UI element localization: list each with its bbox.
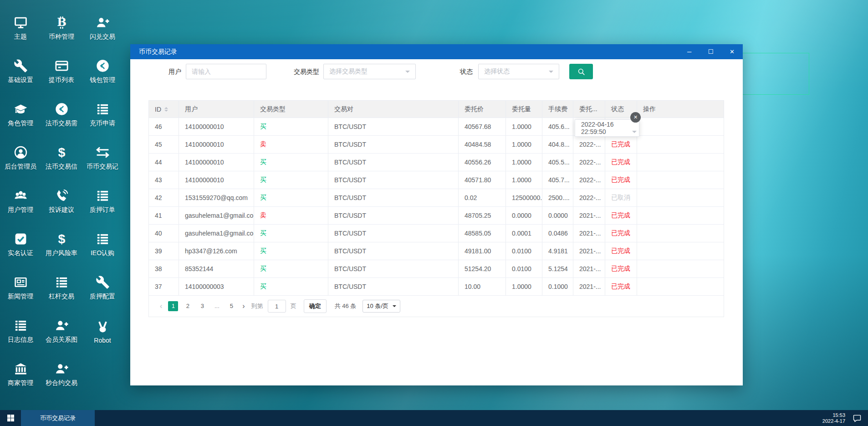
table-body: 4614100000010买BTC/USDT40567.681.0000405.… xyxy=(149,118,724,295)
cell-user: 14100000010 xyxy=(179,154,254,171)
close-button[interactable]: ✕ xyxy=(721,44,743,59)
desktop-shortcut[interactable]: IEO认购 xyxy=(82,220,123,263)
desktop-shortcut-grid: 主题币种管理闪兑交易基础设置提币列表钱包管理角色管理法币交易需充币申请后台管理员… xyxy=(0,4,126,393)
sort-icon[interactable] xyxy=(164,105,168,113)
desktop-shortcut[interactable]: 会员关系图 xyxy=(41,307,82,350)
goto-page-input[interactable] xyxy=(268,300,286,313)
desktop-shortcut[interactable]: 币币交易记 xyxy=(82,133,123,177)
cell-type: 买 xyxy=(254,189,328,206)
page-button-2[interactable]: 2 xyxy=(183,301,193,311)
start-button[interactable] xyxy=(0,410,21,426)
cell-action xyxy=(637,278,724,295)
popup-close-button[interactable]: ✕ xyxy=(630,112,641,123)
maximize-button[interactable]: ☐ xyxy=(700,44,721,59)
user-plus-icon xyxy=(54,361,69,376)
desktop-shortcut[interactable]: 基础设置 xyxy=(0,47,41,90)
minimize-button[interactable]: ─ xyxy=(679,44,700,59)
cell-user: 14100000010 xyxy=(179,171,254,189)
desktop-shortcut[interactable]: 商家管理 xyxy=(0,350,41,393)
admin-icon xyxy=(13,144,28,160)
shortcut-label: 币币交易记 xyxy=(87,163,118,171)
page-button-1[interactable]: 1 xyxy=(168,301,178,311)
cell-price: 40556.26 xyxy=(459,154,506,171)
page-button-3[interactable]: 3 xyxy=(197,301,207,311)
cell-price: 10.00 xyxy=(459,278,506,295)
chat-bubble-icon[interactable] xyxy=(853,414,862,423)
datetime-value: 2022-04-16 22:59:50 xyxy=(581,121,639,135)
shortcut-label: 质押配置 xyxy=(90,293,115,301)
shortcut-label: 日志信息 xyxy=(8,336,33,344)
table-row: 421531559270@qq.com买BTC/USDT0.0212500000… xyxy=(149,189,724,206)
header-label: 用户 xyxy=(185,105,198,113)
cell-type: 买 xyxy=(254,225,328,242)
desktop-shortcut[interactable]: 闪兑交易 xyxy=(82,4,123,47)
desktop-shortcut[interactable]: 法币交易需 xyxy=(41,90,82,133)
cell-id: 42 xyxy=(149,189,179,206)
desktop-shortcut[interactable]: 质押订单 xyxy=(82,177,123,220)
status-select[interactable]: 选择状态 xyxy=(478,64,559,79)
cell-amount: 1.0000 xyxy=(506,154,542,171)
desktop-shortcut[interactable]: 实名认证 xyxy=(0,220,41,263)
check-square-icon xyxy=(13,231,28,246)
prev-page-button[interactable]: ‹ xyxy=(160,302,162,310)
circle-maze-icon xyxy=(54,101,69,117)
cell-type: 买 xyxy=(254,171,328,189)
desktop-shortcut[interactable]: 秒合约交易 xyxy=(41,350,82,393)
cell-pair: BTC/USDT xyxy=(328,136,459,153)
cell-fee: 0.1000 xyxy=(542,278,573,295)
desktop-shortcut[interactable]: 用户风险率 xyxy=(41,220,82,263)
dollar-icon xyxy=(54,231,69,246)
desktop-shortcut[interactable]: 质押配置 xyxy=(82,263,123,307)
desktop-shortcut[interactable]: 钱包管理 xyxy=(82,47,123,90)
desktop-shortcut[interactable]: 日志信息 xyxy=(0,307,41,350)
confirm-page-button[interactable]: 确定 xyxy=(304,299,327,313)
taskbar-item-active[interactable]: 币币交易记录 xyxy=(21,410,95,426)
table-row: 4314100000010买BTC/USDT40571.801.0000405.… xyxy=(149,171,724,189)
cell-price: 48585.05 xyxy=(459,225,506,242)
desktop-shortcut[interactable]: Robot xyxy=(82,307,123,350)
cell-price: 48705.25 xyxy=(459,207,506,224)
status-placeholder: 选择状态 xyxy=(484,67,510,76)
cell-price: 40571.80 xyxy=(459,171,506,189)
cell-time: 2021-... xyxy=(573,278,605,295)
table-row: 41gasuhelema1@gmail.com卖BTC/USDT48705.25… xyxy=(149,206,724,224)
desktop-shortcut[interactable]: 主题 xyxy=(0,4,41,47)
datetime-popup[interactable]: 2022-04-16 22:59:50 xyxy=(575,119,639,137)
taskbar-clock[interactable]: 15:53 2022-4-17 xyxy=(822,412,845,424)
window-titlebar[interactable]: 币币交易记录 ─ ☐ ✕ xyxy=(130,44,743,59)
cell-fee: 405.5... xyxy=(542,154,573,171)
header-label: 状态 xyxy=(611,105,624,113)
page-size-select[interactable]: 10 条/页 xyxy=(363,300,400,313)
user-search-input[interactable] xyxy=(186,64,266,79)
search-button[interactable] xyxy=(569,64,593,79)
cell-price: 40484.58 xyxy=(459,136,506,153)
cell-id: 41 xyxy=(149,207,179,224)
table-header-cell: 委托... xyxy=(573,101,605,118)
page-button-5[interactable]: 5 xyxy=(226,301,236,311)
desktop-shortcut[interactable]: 充币申请 xyxy=(82,90,123,133)
cell-user: 14100000010 xyxy=(179,136,254,153)
chevron-down-icon xyxy=(405,71,410,75)
desktop-shortcut[interactable]: 新闻管理 xyxy=(0,263,41,307)
desktop-shortcut[interactable]: 杠杆交易 xyxy=(41,263,82,307)
shortcut-label: 质押订单 xyxy=(90,206,115,214)
desktop-shortcut[interactable]: 法币交易信 xyxy=(41,133,82,177)
desktop-shortcut[interactable]: 提币列表 xyxy=(41,47,82,90)
desktop-shortcut[interactable]: 角色管理 xyxy=(0,90,41,133)
cell-time: 2021-... xyxy=(573,207,605,224)
cell-action xyxy=(637,207,724,224)
desktop-shortcut[interactable]: 币种管理 xyxy=(41,4,82,47)
clock-time: 15:53 xyxy=(822,412,845,418)
shortcut-label: 主题 xyxy=(14,33,27,41)
next-page-button[interactable]: › xyxy=(242,302,245,310)
shortcut-label: 用户风险率 xyxy=(46,249,77,257)
shortcut-label: 充币申请 xyxy=(90,119,115,128)
desktop-shortcut[interactable]: 投诉建议 xyxy=(41,177,82,220)
trade-type-select[interactable]: 选择交易类型 xyxy=(323,64,416,79)
green-outline-artifact xyxy=(742,53,809,95)
desktop-shortcut[interactable]: 用户管理 xyxy=(0,177,41,220)
list-icon xyxy=(13,318,28,333)
desktop-shortcut[interactable]: 后台管理员 xyxy=(0,133,41,177)
header-label: 手续费 xyxy=(548,105,567,113)
cell-user: gasuhelema1@gmail.com xyxy=(179,207,254,224)
